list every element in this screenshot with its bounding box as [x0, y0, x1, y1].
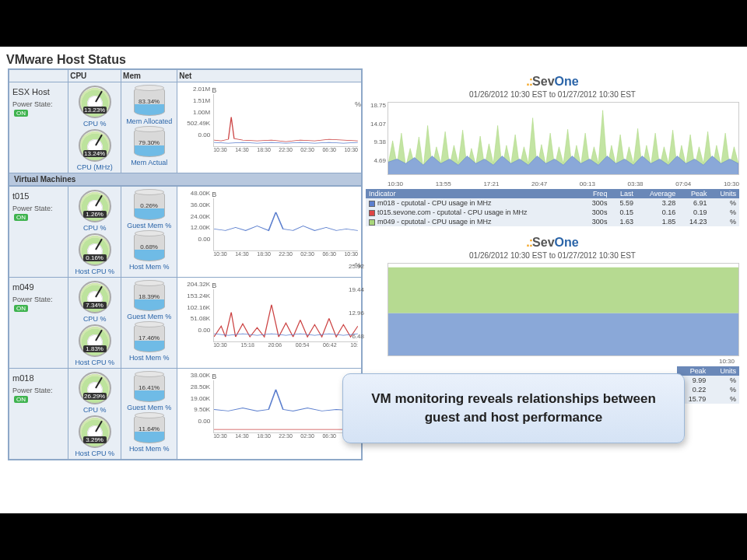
ind-col-units: Units — [710, 189, 739, 198]
vm-guest-mem: 16.41% — [135, 384, 164, 391]
vm-mem-cell: 0.26% Guest Mem % 0.68% Host Mem % — [121, 187, 177, 278]
ind-last: 5.59 — [610, 198, 637, 208]
cpu-pct-label: CPU % — [70, 406, 119, 414]
power-state-label: Power State: — [12, 296, 53, 303]
vm-net-chart[interactable]: B 204.32K153.24K102.16K51.08K0.00 10:301… — [177, 278, 362, 369]
cylinder-icon: 0.26% — [134, 191, 165, 220]
esx-cpu-mhz: 13.24% — [83, 150, 107, 157]
vm-label-cell: m018 Power State: ON — [9, 369, 68, 460]
ind-avg: 0.16 — [637, 208, 679, 217]
esx-mem-alloc: 83.34% — [135, 98, 164, 105]
esx-cpu-cell: 13.23% CPU % 13.24% CPU (MHz) — [68, 82, 121, 173]
vm-cpu-cell: 7.34% CPU % 1.83% Host CPU % — [68, 278, 121, 369]
ind-name: m018 - cputotal - CPU usage in MHz — [366, 198, 582, 208]
mem-alloc-label: Mem Allocated — [123, 117, 175, 125]
cpu-chart-1[interactable]: 18.7514.079.384.69 10:3013:5517:2120:470… — [388, 102, 739, 187]
ind-col-indicator: Indicator — [366, 189, 582, 198]
vm-name: t015 — [12, 191, 65, 201]
host-cpu-label: Host CPU % — [70, 268, 119, 275]
cylinder-icon: 11.64% — [134, 414, 165, 443]
right-panel: .:SevOne 01/26/2012 10:30 EST to 01/27/2… — [366, 75, 739, 404]
ind-col-average: Average — [637, 189, 679, 198]
vm-net-chart[interactable]: B 48.00K36.00K24.00K12.00K0.00 10:3014:3… — [177, 187, 362, 278]
ind2-col: Units — [709, 366, 739, 376]
guest-mem-label: Guest Mem % — [123, 404, 175, 411]
vm-label-cell: t015 Power State: ON — [9, 187, 68, 278]
ind-units: % — [710, 208, 739, 217]
ind-freq: 300s — [582, 217, 610, 226]
vm-host-cpu: 0.16% — [83, 254, 107, 261]
table-row: t015.sevone.com - cputotal - CPU usage i… — [366, 208, 739, 217]
ind-last: 1.63 — [610, 217, 637, 226]
ind-col-peak: Peak — [679, 189, 710, 198]
guest-mem-label: Guest Mem % — [123, 313, 175, 320]
ind-col-last: Last — [610, 189, 637, 198]
host-mem-label: Host Mem % — [123, 445, 175, 453]
table-row: m018 - cputotal - CPU usage in MHz 300s … — [366, 198, 739, 208]
cylinder-icon: 16.41% — [134, 373, 165, 402]
vm-name: m018 — [12, 373, 65, 383]
power-state-badge: ON — [14, 110, 28, 117]
date-range-1: 01/26/2012 10:30 EST to 01/27/2012 10:30… — [366, 90, 739, 99]
pct-label: % — [355, 100, 361, 108]
vm-cpu-cell: 1.26% CPU % 0.16% Host CPU % — [68, 187, 121, 278]
gauge-icon: 1.26% — [79, 190, 111, 222]
vm-cpu-cell: 26.29% CPU % 3.29% Host CPU % — [68, 369, 121, 460]
host-mem-label: Host Mem % — [123, 263, 175, 271]
vm-host-mem: 11.64% — [135, 425, 164, 432]
vm-net-chart[interactable]: B 38.00K28.50K19.00K9.50K0.00 10:3014:30… — [177, 369, 362, 460]
gauge-icon: 13.24% — [79, 129, 111, 162]
vm-cpu-pct: 7.34% — [83, 302, 107, 309]
gauge-icon: 26.29% — [79, 372, 111, 404]
col-net: Net — [177, 70, 362, 82]
power-state-label: Power State: — [12, 205, 53, 212]
host-panel: CPU Mem Net ESX Host Power State: ON 13.… — [8, 68, 363, 460]
ind-avg: 1.85 — [637, 217, 679, 226]
ind-name: m049 - cputotal - CPU usage in MHz — [366, 217, 582, 226]
vm-cpu-pct: 26.29% — [83, 393, 107, 400]
power-state-badge: ON — [14, 214, 28, 221]
ind-peak: 6.91 — [679, 198, 710, 208]
vm-host-mem: 0.68% — [135, 243, 164, 250]
power-state-label: Power State: — [12, 387, 53, 394]
ind2-units: % — [709, 376, 739, 385]
vm-host-cpu: 1.83% — [83, 345, 107, 352]
esx-net-chart[interactable]: B 2.01M1.51M1.00M502.49K0.00 10:3014:301… — [177, 82, 362, 173]
guest-mem-label: Guest Mem % — [123, 222, 175, 229]
esx-mem-cell: 83.34% Mem Allocated 79.30% Mem Actual — [121, 82, 177, 173]
col-cpu: CPU — [68, 70, 121, 82]
table-row: 15.79 % — [677, 394, 739, 404]
callout-box: VM monitoring reveals relationships betw… — [342, 373, 685, 443]
table-row: m049 - cputotal - CPU usage in MHz 300s … — [366, 217, 739, 226]
cpu-pct-label: CPU % — [70, 224, 119, 232]
esx-label-cell: ESX Host Power State: ON — [9, 82, 68, 173]
ind-units: % — [710, 198, 739, 208]
indicator-table: IndicatorFreqLastAveragePeakUnits m018 -… — [366, 189, 739, 226]
chart2-x-tail: 10:30 — [366, 358, 735, 365]
color-swatch-icon — [369, 219, 375, 226]
ind-name: t015.sevone.com - cputotal - CPU usage i… — [366, 208, 582, 217]
esx-host-name: ESX Host — [12, 87, 65, 96]
host-mem-label: Host Mem % — [123, 354, 175, 362]
table-row: 9.99 % — [677, 376, 739, 385]
esx-mem-actual: 79.30% — [135, 139, 164, 146]
ind-avg: 3.28 — [637, 198, 679, 208]
ind-units: % — [710, 217, 739, 226]
table-row: 0.22 % — [677, 385, 739, 394]
b-label: B — [212, 191, 216, 198]
cpu-mhz-label: CPU (MHz) — [70, 163, 119, 171]
stacked-chart[interactable] — [388, 263, 739, 356]
sevone-logo: .:SevOne — [366, 236, 739, 250]
vm-mem-cell: 18.39% Guest Mem % 17.46% Host Mem % — [121, 278, 177, 369]
ind-freq: 300s — [582, 198, 610, 208]
vm-mem-cell: 16.41% Guest Mem % 11.64% Host Mem % — [121, 369, 177, 460]
svg-rect-1 — [388, 313, 738, 355]
sevone-logo: .:SevOne — [366, 75, 739, 89]
ind-freq: 300s — [582, 208, 610, 217]
page-title: VMware Host Status — [6, 53, 741, 67]
esx-cpu-pct: 13.23% — [83, 107, 107, 114]
ind-peak: 0.19 — [679, 208, 710, 217]
col-mem: Mem — [121, 70, 177, 82]
b-label: B — [212, 373, 216, 380]
ind2-units: % — [709, 394, 739, 404]
